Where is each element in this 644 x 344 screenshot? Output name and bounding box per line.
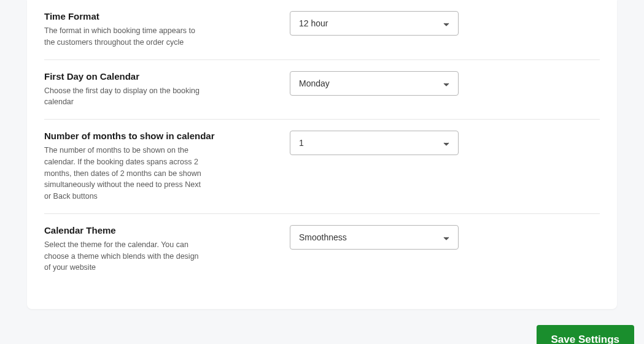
setting-label: Calendar Theme Select the theme for the … <box>44 225 290 273</box>
select-value: 12 hour <box>299 18 328 28</box>
footer-area: Save Settings <box>0 309 644 344</box>
setting-desc: The number of months to be shown on the … <box>44 145 207 202</box>
setting-label: First Day on Calendar Choose the first d… <box>44 71 290 109</box>
setting-title: Time Format <box>44 11 265 21</box>
select-wrapper: Smoothness <box>290 225 459 250</box>
setting-desc: The format in which booking time appears… <box>44 25 207 48</box>
setting-row-theme: Calendar Theme Select the theme for the … <box>44 214 600 285</box>
setting-control: Smoothness <box>290 225 600 273</box>
setting-row-months: Number of months to show in calendar The… <box>44 120 600 214</box>
save-settings-button[interactable]: Save Settings <box>537 325 635 344</box>
setting-desc: Choose the first day to display on the b… <box>44 85 207 109</box>
select-value: Monday <box>299 78 330 88</box>
setting-control: 12 hour <box>290 11 600 48</box>
setting-title: Calendar Theme <box>44 225 265 235</box>
select-wrapper: 1 <box>290 131 459 155</box>
setting-label: Number of months to show in calendar The… <box>44 131 290 202</box>
setting-title: First Day on Calendar <box>44 71 265 82</box>
setting-desc: Select the theme for the calendar. You c… <box>44 239 207 273</box>
select-value: 1 <box>299 138 304 148</box>
months-select[interactable]: 1 <box>290 131 459 155</box>
setting-row-first-day: First Day on Calendar Choose the first d… <box>44 60 600 120</box>
setting-title: Number of months to show in calendar <box>44 131 265 141</box>
setting-label: Time Format The format in which booking … <box>44 11 290 48</box>
first-day-select[interactable]: Monday <box>290 71 459 96</box>
setting-row-time-format: Time Format The format in which booking … <box>44 0 600 60</box>
setting-control: 1 <box>290 131 600 202</box>
select-wrapper: Monday <box>290 71 459 96</box>
theme-select[interactable]: Smoothness <box>290 225 459 250</box>
settings-card: Time Format The format in which booking … <box>27 0 617 309</box>
chevron-down-icon <box>443 78 449 88</box>
setting-control: Monday <box>290 71 600 109</box>
chevron-down-icon <box>443 232 449 242</box>
select-wrapper: 12 hour <box>290 11 459 36</box>
chevron-down-icon <box>443 18 449 28</box>
chevron-down-icon <box>443 138 449 148</box>
select-value: Smoothness <box>299 232 347 242</box>
time-format-select[interactable]: 12 hour <box>290 11 459 36</box>
